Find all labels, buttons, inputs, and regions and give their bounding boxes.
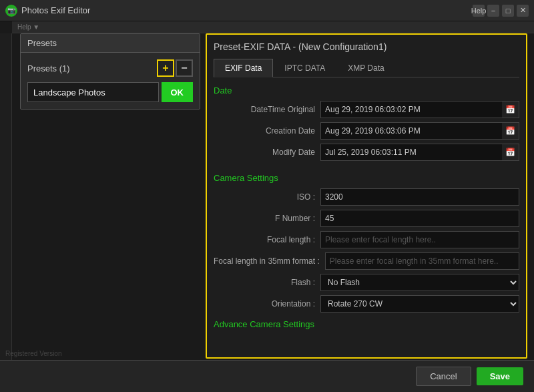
f-number-label: F Number : [214,214,320,223]
creation-date-calendar-icon[interactable]: 📅 [502,122,519,140]
maximize-button[interactable]: □ [502,5,514,17]
iso-input[interactable] [320,188,519,206]
tab-xmp-data[interactable]: XMP Data [336,59,395,77]
title-bar-controls: Help − □ ✕ [473,5,529,17]
creation-date-row: Creation Date 📅 [214,122,519,140]
help-button[interactable]: Help [473,5,485,17]
tab-exif-data[interactable]: EXIF Data [214,59,273,77]
title-bar: 📷 Photos Exif Editor Help − □ ✕ [0,0,534,21]
creation-date-field: 📅 [320,122,519,140]
flash-label: Flash : [214,278,320,287]
datetime-original-row: DateTime Original 📅 [214,101,519,118]
app-sidebar [0,33,12,360]
bottom-bar: Cancel Save [0,360,534,392]
flash-select[interactable]: No Flash Flash Auto Flash [320,274,519,291]
focal-length-label: Focal length : [214,235,320,244]
focal-length-input[interactable] [320,231,519,248]
focal-length-row: Focal length : [214,231,519,248]
f-number-input[interactable] [320,210,519,227]
modify-date-row: Modify Date 📅 [214,144,519,161]
focal-length-35mm-row: Focal length in 35mm format : [214,252,519,270]
datetime-original-label: DateTime Original [214,105,320,114]
flash-row: Flash : No Flash Flash Auto Flash [214,274,519,291]
creation-date-label: Creation Date [214,126,320,136]
preset-remove-button[interactable]: − [176,59,193,77]
creation-date-input[interactable] [320,122,502,140]
minimize-button[interactable]: − [487,5,499,17]
presets-action-buttons: + − [157,59,193,77]
iso-label: ISO : [214,192,320,202]
preset-name-row: OK [27,82,193,102]
preset-ok-button[interactable]: OK [162,82,194,102]
modify-date-calendar-icon[interactable]: 📅 [502,144,519,161]
exif-tabs: EXIF Data IPTC DATA XMP Data [214,59,519,77]
orientation-row: Orientation : Rotate 270 CW Normal Rotat… [214,295,519,313]
cancel-button[interactable]: Cancel [416,367,471,386]
presets-panel-content: Presets (1) + − OK [21,53,200,109]
focal-length-35mm-input[interactable] [325,252,519,270]
camera-section-title: Camera Settings [214,173,519,183]
exif-panel: Preset-EXIF DATA - (New Configuration1) … [206,33,527,359]
modify-date-label: Modify Date [214,148,320,157]
orientation-select[interactable]: Rotate 270 CW Normal Rotate 90 CW Rotate… [320,295,519,313]
datetime-original-field: 📅 [320,101,519,118]
presets-panel-header: Presets [21,34,200,53]
preset-add-button[interactable]: + [157,59,174,77]
advance-section-label: Advance Camera Settings [214,319,519,329]
modify-date-field: 📅 [320,144,519,161]
presets-header-text: Presets [27,38,57,48]
f-number-row: F Number : [214,210,519,227]
tab-iptc-data[interactable]: IPTC DATA [273,59,336,77]
save-button[interactable]: Save [477,367,523,385]
presets-count-label: Presets (1) [27,63,70,73]
focal-length-35mm-label: Focal length in 35mm format : [214,256,325,266]
app-icon: 📷 [5,5,17,17]
help-menu-item[interactable]: Help ▼ [17,23,39,31]
presets-top-bar: Presets (1) + − [27,59,193,77]
exif-panel-title: Preset-EXIF DATA - (New Configuration1) [214,41,519,52]
presets-panel: Presets Presets (1) + − OK [20,33,200,110]
modify-date-input[interactable] [320,144,502,161]
app-title: Photos Exif Editor [21,5,90,15]
close-button[interactable]: ✕ [517,5,529,17]
datetime-original-calendar-icon[interactable]: 📅 [502,101,519,118]
preset-name-input[interactable] [27,82,159,102]
title-bar-left: 📷 Photos Exif Editor [5,5,90,17]
date-section-title: Date [214,85,519,95]
iso-row: ISO : [214,188,519,206]
help-bar: Help ▼ [12,21,534,33]
orientation-label: Orientation : [214,299,320,309]
watermark-text: Registered Version [5,350,62,357]
datetime-original-input[interactable] [320,101,502,118]
